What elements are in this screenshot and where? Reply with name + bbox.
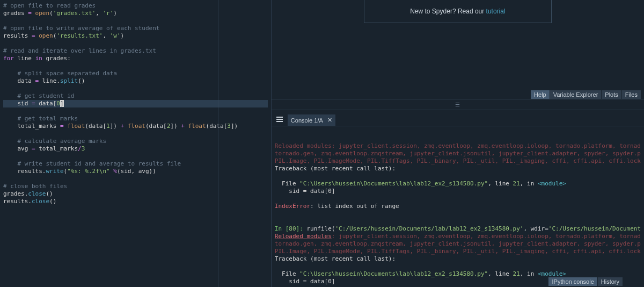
console-tabbar: Console 1/A ✕ xyxy=(272,110,644,126)
editor-line[interactable]: # close both files xyxy=(3,183,268,190)
console-line: File "C:\Users\hussein\Documents\lab\lab… xyxy=(275,270,641,278)
right-pane-tab[interactable]: Help xyxy=(531,90,550,99)
close-icon[interactable]: ✕ xyxy=(327,117,332,124)
editor-line[interactable]: # open file to read grades xyxy=(3,2,268,10)
editor-line[interactable] xyxy=(3,40,268,47)
editor-line[interactable]: for line in grades: xyxy=(3,55,268,62)
editor-line[interactable] xyxy=(3,85,268,92)
tutorial-text: New to Spyder? Read our xyxy=(410,8,486,15)
console-tab[interactable]: Console 1/A ✕ xyxy=(288,114,335,126)
right-pane-tab[interactable]: Plots xyxy=(602,90,621,99)
editor-line[interactable]: results = open('results.txt', 'w') xyxy=(3,32,268,40)
editor-line[interactable]: grades = open('grades.txt', 'r') xyxy=(3,10,268,17)
console-line: Traceback (most recent call last): xyxy=(275,165,641,173)
editor-line[interactable]: data = line.split() xyxy=(3,77,268,85)
console-bottom-tab[interactable]: IPython console xyxy=(548,277,597,286)
editor-line[interactable] xyxy=(3,17,268,25)
console-menu-icon[interactable] xyxy=(275,114,284,124)
editor-line[interactable]: # write student id and average to result… xyxy=(3,160,268,168)
editor-line[interactable] xyxy=(3,153,268,160)
right-pane-tab[interactable]: Files xyxy=(622,90,641,99)
editor-line[interactable]: total_marks = float(data[1]) + float(dat… xyxy=(3,123,268,130)
right-pane-tab[interactable]: Variable Explorer xyxy=(550,90,602,99)
console-bottom-tab[interactable]: History xyxy=(598,277,623,286)
code-editor-pane[interactable]: # open file to read gradesgrades = open(… xyxy=(0,0,271,287)
editor-line[interactable]: # read and iterate over lines in grades.… xyxy=(3,47,268,55)
editor-line[interactable]: # get total marks xyxy=(3,115,268,123)
console-line xyxy=(275,218,641,225)
console-line: File "C:\Users\hussein\Documents\lab\lab… xyxy=(275,180,641,188)
editor-line[interactable] xyxy=(3,62,268,70)
console-output[interactable]: Reloaded modules: jupyter_client.session… xyxy=(272,126,644,287)
editor-line[interactable]: results.close() xyxy=(3,198,268,205)
editor-line[interactable]: # calculate average marks xyxy=(3,138,268,145)
right-pane: New to Spyder? Read our tutorial HelpVar… xyxy=(271,0,644,287)
editor-line[interactable] xyxy=(3,130,268,138)
console-line: PIL.Image, PIL.ImageMode, PIL.TiffTags, … xyxy=(275,248,641,255)
editor-line[interactable]: # open file to write average of each stu… xyxy=(3,25,268,32)
right-pane-tabs: HelpVariable ExplorerPlotsFiles xyxy=(531,90,641,99)
console-line xyxy=(275,263,641,270)
editor-line[interactable]: grades.close() xyxy=(3,190,268,198)
editor-line[interactable]: avg = total_marks/3 xyxy=(3,145,268,153)
console-line xyxy=(275,173,641,180)
help-panel: New to Spyder? Read our tutorial HelpVar… xyxy=(272,0,644,99)
console-line: In [80]: runfile('C:/Users/hussein/Docum… xyxy=(275,225,641,233)
console-panel: Console 1/A ✕ Reloaded modules: jupyter_… xyxy=(272,110,644,287)
console-line xyxy=(275,195,641,203)
editor-line[interactable] xyxy=(3,175,268,183)
tutorial-callout: New to Spyder? Read our tutorial xyxy=(364,0,552,23)
console-line: tornado.gen, zmq.eventloop.zmqstream, ju… xyxy=(275,150,641,157)
editor-line[interactable]: # split space separated data xyxy=(3,70,268,77)
tutorial-link[interactable]: tutorial xyxy=(486,8,506,15)
console-line: tornado.gen, zmq.eventloop.zmqstream, ju… xyxy=(275,240,641,248)
console-bottom-tabs: IPython consoleHistory xyxy=(548,277,623,286)
editor-line[interactable]: results.write("%s: %.2f\n" %(sid, avg)) xyxy=(3,168,268,175)
console-line: Reloaded modules: jupyter_client.session… xyxy=(275,142,641,150)
pane-toolbar: ☰ xyxy=(272,99,644,110)
console-line xyxy=(275,210,641,218)
editor-line[interactable]: # get student id xyxy=(3,92,268,100)
editor-right-margin-guide xyxy=(218,0,218,287)
console-line: Traceback (most recent call last): xyxy=(275,255,641,263)
hamburger-icon[interactable]: ☰ xyxy=(455,102,460,107)
console-line: PIL.Image, PIL.ImageMode, PIL.TiffTags, … xyxy=(275,157,641,165)
console-line: sid = data[0] xyxy=(275,188,641,195)
console-line: Reloaded modules: jupyter_client.session… xyxy=(275,233,641,240)
editor-line[interactable]: sid = data[0] xyxy=(3,100,268,107)
console-line: IndexError: list index out of range xyxy=(275,203,641,210)
console-tab-label: Console 1/A xyxy=(291,117,323,124)
editor-line[interactable] xyxy=(3,107,268,115)
